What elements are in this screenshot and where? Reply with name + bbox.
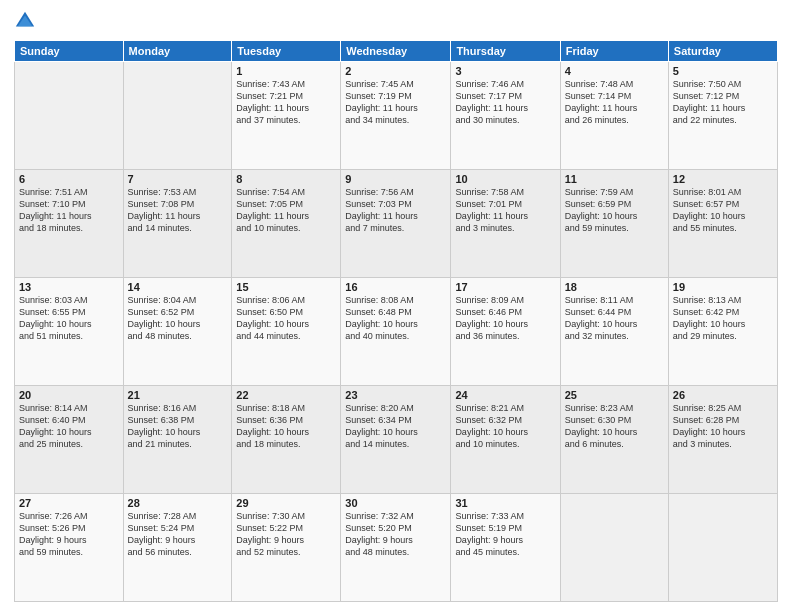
calendar-cell: 26Sunrise: 8:25 AMSunset: 6:28 PMDayligh… [668,386,777,494]
day-info: Sunrise: 7:45 AMSunset: 7:19 PMDaylight:… [345,78,446,127]
day-info: Sunrise: 7:54 AMSunset: 7:05 PMDaylight:… [236,186,336,235]
day-of-week-header: Wednesday [341,41,451,62]
day-number: 4 [565,65,664,77]
day-of-week-header: Thursday [451,41,560,62]
calendar-cell [560,494,668,602]
calendar-cell: 19Sunrise: 8:13 AMSunset: 6:42 PMDayligh… [668,278,777,386]
day-info: Sunrise: 7:28 AMSunset: 5:24 PMDaylight:… [128,510,228,559]
day-info: Sunrise: 8:03 AMSunset: 6:55 PMDaylight:… [19,294,119,343]
calendar-cell: 2Sunrise: 7:45 AMSunset: 7:19 PMDaylight… [341,62,451,170]
day-info: Sunrise: 7:43 AMSunset: 7:21 PMDaylight:… [236,78,336,127]
day-number: 19 [673,281,773,293]
calendar-cell: 9Sunrise: 7:56 AMSunset: 7:03 PMDaylight… [341,170,451,278]
day-number: 7 [128,173,228,185]
day-number: 11 [565,173,664,185]
day-number: 10 [455,173,555,185]
day-info: Sunrise: 7:30 AMSunset: 5:22 PMDaylight:… [236,510,336,559]
week-row: 13Sunrise: 8:03 AMSunset: 6:55 PMDayligh… [15,278,778,386]
week-row: 27Sunrise: 7:26 AMSunset: 5:26 PMDayligh… [15,494,778,602]
calendar-body: 1Sunrise: 7:43 AMSunset: 7:21 PMDaylight… [15,62,778,602]
day-number: 15 [236,281,336,293]
day-info: Sunrise: 7:48 AMSunset: 7:14 PMDaylight:… [565,78,664,127]
calendar-cell: 14Sunrise: 8:04 AMSunset: 6:52 PMDayligh… [123,278,232,386]
day-info: Sunrise: 7:51 AMSunset: 7:10 PMDaylight:… [19,186,119,235]
day-of-week-header: Tuesday [232,41,341,62]
day-of-week-header: Friday [560,41,668,62]
calendar-cell: 4Sunrise: 7:48 AMSunset: 7:14 PMDaylight… [560,62,668,170]
calendar-cell: 3Sunrise: 7:46 AMSunset: 7:17 PMDaylight… [451,62,560,170]
day-number: 28 [128,497,228,509]
day-number: 22 [236,389,336,401]
week-row: 1Sunrise: 7:43 AMSunset: 7:21 PMDaylight… [15,62,778,170]
week-row: 20Sunrise: 8:14 AMSunset: 6:40 PMDayligh… [15,386,778,494]
day-info: Sunrise: 8:14 AMSunset: 6:40 PMDaylight:… [19,402,119,451]
logo [14,10,40,32]
day-number: 24 [455,389,555,401]
day-info: Sunrise: 8:06 AMSunset: 6:50 PMDaylight:… [236,294,336,343]
day-number: 20 [19,389,119,401]
calendar-cell: 15Sunrise: 8:06 AMSunset: 6:50 PMDayligh… [232,278,341,386]
calendar-cell: 13Sunrise: 8:03 AMSunset: 6:55 PMDayligh… [15,278,124,386]
calendar-cell: 30Sunrise: 7:32 AMSunset: 5:20 PMDayligh… [341,494,451,602]
day-number: 13 [19,281,119,293]
day-info: Sunrise: 8:08 AMSunset: 6:48 PMDaylight:… [345,294,446,343]
day-info: Sunrise: 8:23 AMSunset: 6:30 PMDaylight:… [565,402,664,451]
calendar-cell: 22Sunrise: 8:18 AMSunset: 6:36 PMDayligh… [232,386,341,494]
day-number: 1 [236,65,336,77]
calendar-cell: 27Sunrise: 7:26 AMSunset: 5:26 PMDayligh… [15,494,124,602]
calendar-cell [123,62,232,170]
calendar-cell: 31Sunrise: 7:33 AMSunset: 5:19 PMDayligh… [451,494,560,602]
day-info: Sunrise: 8:11 AMSunset: 6:44 PMDaylight:… [565,294,664,343]
header [14,10,778,32]
day-number: 29 [236,497,336,509]
day-info: Sunrise: 8:21 AMSunset: 6:32 PMDaylight:… [455,402,555,451]
calendar-cell [668,494,777,602]
day-info: Sunrise: 7:32 AMSunset: 5:20 PMDaylight:… [345,510,446,559]
day-info: Sunrise: 8:18 AMSunset: 6:36 PMDaylight:… [236,402,336,451]
day-number: 23 [345,389,446,401]
logo-icon [14,10,36,32]
day-number: 3 [455,65,555,77]
day-info: Sunrise: 7:53 AMSunset: 7:08 PMDaylight:… [128,186,228,235]
day-info: Sunrise: 8:13 AMSunset: 6:42 PMDaylight:… [673,294,773,343]
day-info: Sunrise: 7:58 AMSunset: 7:01 PMDaylight:… [455,186,555,235]
week-row: 6Sunrise: 7:51 AMSunset: 7:10 PMDaylight… [15,170,778,278]
day-of-week-header: Monday [123,41,232,62]
day-number: 16 [345,281,446,293]
day-number: 9 [345,173,446,185]
day-number: 31 [455,497,555,509]
days-of-week-row: SundayMondayTuesdayWednesdayThursdayFrid… [15,41,778,62]
day-number: 17 [455,281,555,293]
day-info: Sunrise: 8:09 AMSunset: 6:46 PMDaylight:… [455,294,555,343]
day-number: 6 [19,173,119,185]
day-info: Sunrise: 7:46 AMSunset: 7:17 PMDaylight:… [455,78,555,127]
day-number: 30 [345,497,446,509]
day-info: Sunrise: 7:50 AMSunset: 7:12 PMDaylight:… [673,78,773,127]
calendar-cell: 18Sunrise: 8:11 AMSunset: 6:44 PMDayligh… [560,278,668,386]
day-info: Sunrise: 7:56 AMSunset: 7:03 PMDaylight:… [345,186,446,235]
day-info: Sunrise: 8:01 AMSunset: 6:57 PMDaylight:… [673,186,773,235]
day-info: Sunrise: 8:04 AMSunset: 6:52 PMDaylight:… [128,294,228,343]
calendar-cell: 11Sunrise: 7:59 AMSunset: 6:59 PMDayligh… [560,170,668,278]
day-info: Sunrise: 8:16 AMSunset: 6:38 PMDaylight:… [128,402,228,451]
calendar-cell: 17Sunrise: 8:09 AMSunset: 6:46 PMDayligh… [451,278,560,386]
calendar-cell [15,62,124,170]
day-number: 26 [673,389,773,401]
day-info: Sunrise: 8:20 AMSunset: 6:34 PMDaylight:… [345,402,446,451]
calendar-cell: 21Sunrise: 8:16 AMSunset: 6:38 PMDayligh… [123,386,232,494]
calendar-cell: 1Sunrise: 7:43 AMSunset: 7:21 PMDaylight… [232,62,341,170]
calendar-cell: 6Sunrise: 7:51 AMSunset: 7:10 PMDaylight… [15,170,124,278]
day-number: 14 [128,281,228,293]
calendar-cell: 23Sunrise: 8:20 AMSunset: 6:34 PMDayligh… [341,386,451,494]
calendar-cell: 25Sunrise: 8:23 AMSunset: 6:30 PMDayligh… [560,386,668,494]
calendar-cell: 29Sunrise: 7:30 AMSunset: 5:22 PMDayligh… [232,494,341,602]
calendar-cell: 20Sunrise: 8:14 AMSunset: 6:40 PMDayligh… [15,386,124,494]
day-info: Sunrise: 7:26 AMSunset: 5:26 PMDaylight:… [19,510,119,559]
day-number: 25 [565,389,664,401]
calendar-cell: 16Sunrise: 8:08 AMSunset: 6:48 PMDayligh… [341,278,451,386]
calendar-page: SundayMondayTuesdayWednesdayThursdayFrid… [0,0,792,612]
calendar-cell: 24Sunrise: 8:21 AMSunset: 6:32 PMDayligh… [451,386,560,494]
calendar-cell: 28Sunrise: 7:28 AMSunset: 5:24 PMDayligh… [123,494,232,602]
calendar-table: SundayMondayTuesdayWednesdayThursdayFrid… [14,40,778,602]
calendar-cell: 7Sunrise: 7:53 AMSunset: 7:08 PMDaylight… [123,170,232,278]
